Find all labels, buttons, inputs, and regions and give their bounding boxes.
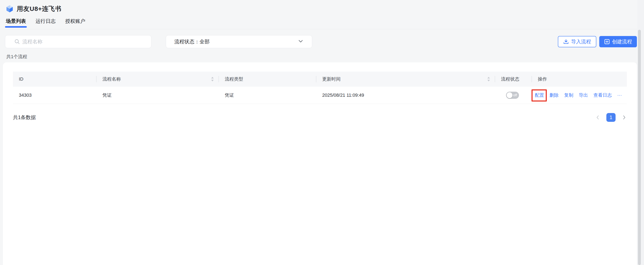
filter-toolbar: 流程状态：全部 导入流程 — [0, 35, 644, 48]
column-header-status: 流程状态 — [495, 72, 532, 87]
toggle-off-label: off — [513, 92, 517, 99]
action-export[interactable]: 导出 — [579, 92, 588, 98]
table-header-row: ID 流程名称 流程类型 更新时间 流程状态 — [13, 72, 627, 87]
chevron-right-icon[interactable] — [622, 115, 627, 120]
import-flow-label: 导入流程 — [571, 38, 591, 45]
action-delete[interactable]: 删除 — [550, 92, 559, 98]
tab-bar: 场景列表 运行日志 授权账户 — [0, 18, 637, 29]
scrollbar-thumb[interactable] — [638, 30, 641, 265]
tab-scene-list[interactable]: 场景列表 — [6, 18, 26, 29]
row-actions-cell: 配置 删除 复制 导出 查看日志 ··· — [532, 87, 627, 104]
tab-run-logs[interactable]: 运行日志 — [36, 18, 56, 29]
status-toggle[interactable]: off — [506, 92, 519, 99]
sort-carets-icon[interactable] — [210, 76, 214, 82]
table-footer: 共1条数据 1 — [13, 113, 627, 122]
chevron-left-icon[interactable] — [595, 115, 600, 120]
flow-count-summary: 共1个流程 — [6, 54, 644, 60]
download-tray-icon — [563, 39, 569, 45]
action-configure[interactable]: 配置 — [535, 92, 544, 98]
row-flow-name: 凭证 — [96, 87, 219, 104]
app-logo-icon — [6, 5, 14, 13]
table-row: 34303 凭证 凭证 2025/08/21 11:09:49 off 配置 删… — [13, 87, 627, 104]
action-copy[interactable]: 复制 — [564, 92, 573, 98]
scrollbar-track[interactable] — [637, 0, 644, 265]
import-flow-button[interactable]: 导入流程 — [558, 36, 596, 47]
row-updated-time: 2025/08/21 11:09:49 — [316, 87, 495, 104]
page-title: 用友U8+连飞书 — [17, 5, 62, 13]
app-header: 用友U8+连飞书 — [0, 0, 644, 18]
column-header-flow-type: 流程类型 — [219, 72, 316, 87]
row-status-cell: off — [495, 87, 532, 104]
flow-table-card: ID 流程名称 流程类型 更新时间 流程状态 — [3, 62, 637, 265]
status-filter-select[interactable]: 流程状态：全部 — [166, 35, 312, 48]
pagination: 1 — [595, 113, 627, 122]
column-header-id: ID — [13, 72, 96, 87]
status-filter-value: 流程状态：全部 — [174, 38, 210, 45]
column-header-flow-name: 流程名称 — [96, 72, 219, 87]
more-actions-button[interactable]: ··· — [617, 93, 622, 98]
tab-authorized-accounts[interactable]: 授权账户 — [65, 18, 85, 29]
column-header-actions: 操作 — [532, 72, 627, 87]
sort-carets-icon[interactable] — [487, 76, 490, 82]
plus-square-icon — [604, 39, 610, 45]
search-input[interactable] — [5, 35, 152, 48]
chevron-down-icon — [298, 39, 303, 44]
row-id: 34303 — [13, 87, 96, 104]
page-number-current[interactable]: 1 — [606, 113, 616, 122]
create-flow-button[interactable]: 创建流程 — [599, 36, 637, 47]
toggle-knob — [507, 92, 512, 98]
action-view-logs[interactable]: 查看日志 — [594, 92, 612, 98]
total-count-label: 共1条数据 — [13, 114, 36, 121]
row-flow-type: 凭证 — [219, 87, 316, 104]
column-header-updated: 更新时间 — [316, 72, 495, 87]
create-flow-label: 创建流程 — [612, 38, 632, 45]
